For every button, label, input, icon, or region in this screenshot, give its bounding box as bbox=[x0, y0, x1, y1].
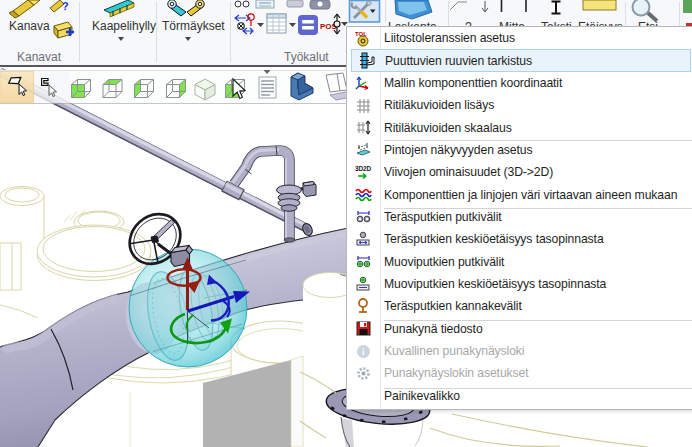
svg-text:2D: 2D bbox=[363, 165, 372, 172]
svg-text:?: ? bbox=[62, 0, 69, 12]
svg-text:i: i bbox=[362, 347, 365, 357]
